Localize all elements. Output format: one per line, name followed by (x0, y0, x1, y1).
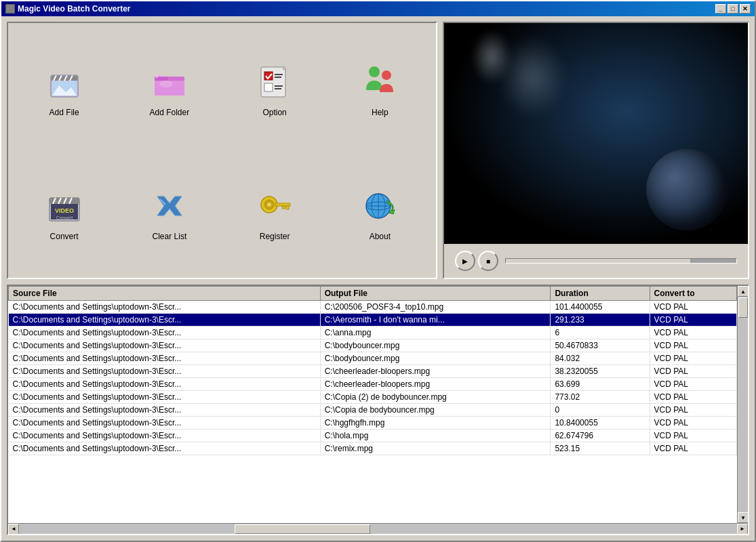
table-row[interactable]: C:\Documents and Settings\uptodown-3\Esc… (9, 339, 737, 352)
svg-rect-17 (275, 74, 283, 75)
add-file-label: Add File (49, 108, 79, 117)
title-bar-left: Magic Video Batch Converter (5, 4, 131, 14)
svg-point-22 (369, 66, 380, 77)
register-label: Register (260, 232, 290, 241)
horizontal-scrollbar[interactable]: ◄ ► (8, 523, 748, 534)
cell-duration: 84.032 (551, 352, 650, 365)
file-table: Source File Output File Duration Convert… (8, 286, 737, 455)
cell-convert: VCD PAL (650, 301, 736, 314)
table-row[interactable]: C:\Documents and Settings\uptodown-3\Esc… (9, 314, 737, 327)
cell-duration: 291.233 (551, 314, 650, 327)
maximize-button[interactable]: □ (728, 4, 738, 14)
cell-convert: VCD PAL (650, 378, 736, 391)
cell-output: C:\200506_POSF3-4_top10.mpg (320, 301, 551, 314)
file-list-section: Source File Output File Duration Convert… (7, 285, 749, 535)
help-button[interactable]: Help (353, 55, 407, 123)
cell-duration: 6 (551, 327, 650, 339)
help-label: Help (372, 108, 389, 117)
table-row[interactable]: C:\Documents and Settings\uptodown-3\Esc… (9, 442, 737, 455)
table-row[interactable]: C:\Documents and Settings\uptodown-3\Esc… (9, 352, 737, 365)
svg-point-38 (267, 203, 271, 207)
table-row[interactable]: C:\Documents and Settings\uptodown-3\Esc… (9, 378, 737, 391)
add-file-button[interactable]: Add File (37, 55, 92, 123)
col-convert: Convert to (650, 287, 736, 301)
table-row[interactable]: C:\Documents and Settings\uptodown-3\Esc… (9, 404, 737, 417)
cell-convert: VCD PAL (650, 417, 736, 430)
cell-duration: 38.2320055 (551, 365, 650, 378)
option-label: Option (262, 108, 286, 117)
table-row[interactable]: C:\Documents and Settings\uptodown-3\Esc… (9, 417, 737, 430)
option-button[interactable]: Option (247, 55, 302, 123)
table-row[interactable]: C:\Documents and Settings\uptodown-3\Esc… (9, 430, 737, 442)
scroll-up-button[interactable]: ▲ (738, 286, 748, 297)
cell-output: C:\bodybouncer.mpg (320, 339, 551, 352)
svg-rect-40 (286, 206, 289, 209)
svg-rect-19 (264, 83, 273, 91)
svg-rect-39 (275, 203, 290, 206)
controls-bar: ▶ ■ (444, 244, 748, 278)
convert-icon: VIDEO Convert (43, 184, 86, 228)
scroll-left-button[interactable]: ◄ (8, 524, 19, 535)
cell-convert: VCD PAL (650, 339, 736, 352)
col-output: Output File (320, 287, 551, 301)
cell-output: C:\cheerleader-bloopers.mpg (320, 378, 551, 391)
cell-convert: VCD PAL (650, 314, 736, 327)
svg-rect-21 (275, 88, 281, 89)
svg-point-23 (382, 70, 391, 80)
clear-list-button[interactable]: Clear List (142, 179, 197, 247)
minimize-button[interactable]: _ (715, 4, 726, 14)
cell-source: C:\Documents and Settings\uptodown-3\Esc… (9, 417, 321, 430)
table-row[interactable]: C:\Documents and Settings\uptodown-3\Esc… (9, 327, 737, 339)
play-button[interactable]: ▶ (455, 251, 475, 271)
table-row[interactable]: C:\Documents and Settings\uptodown-3\Esc… (9, 391, 737, 404)
cell-duration: 10.8400055 (551, 417, 650, 430)
cell-output: C:\hola.mpg (320, 430, 551, 442)
add-folder-button[interactable]: Add Folder (142, 55, 197, 123)
cell-convert: VCD PAL (650, 442, 736, 455)
option-icon (253, 60, 296, 104)
cell-source: C:\Documents and Settings\uptodown-3\Esc… (9, 442, 321, 455)
scroll-down-button[interactable]: ▼ (738, 512, 748, 523)
convert-button[interactable]: VIDEO Convert Convert (37, 179, 92, 247)
cell-source: C:\Documents and Settings\uptodown-3\Esc… (9, 430, 321, 442)
main-content: Add File (1, 16, 755, 541)
cell-output: C:\Copia de bodybouncer.mpg (320, 404, 551, 417)
table-row[interactable]: C:\Documents and Settings\uptodown-3\Esc… (9, 365, 737, 378)
play-controls: ▶ ■ (455, 251, 498, 271)
cell-output: C:\anna.mpg (320, 327, 551, 339)
cell-convert: VCD PAL (650, 391, 736, 404)
scroll-track-v[interactable] (738, 297, 748, 512)
scroll-thumb-v[interactable] (738, 297, 748, 318)
register-button[interactable]: Register (247, 179, 302, 247)
progress-bar[interactable] (505, 258, 737, 264)
svg-rect-20 (275, 85, 283, 87)
cell-source: C:\Documents and Settings\uptodown-3\Esc… (9, 378, 321, 391)
about-icon (358, 184, 401, 228)
cell-source: C:\Documents and Settings\uptodown-3\Esc… (9, 391, 321, 404)
cell-duration: 63.699 (551, 378, 650, 391)
stop-button[interactable]: ■ (478, 251, 498, 271)
scroll-track-h[interactable] (19, 524, 737, 534)
preview-panel: ▶ ■ (443, 22, 749, 279)
cell-source: C:\Documents and Settings\uptodown-3\Esc… (9, 301, 321, 314)
svg-text:VIDEO: VIDEO (55, 207, 74, 214)
add-folder-label: Add Folder (150, 108, 190, 117)
vertical-scrollbar[interactable]: ▲ ▼ (737, 286, 748, 523)
clear-list-icon (148, 184, 191, 228)
cell-duration: 523.15 (551, 442, 650, 455)
clear-list-label: Clear List (153, 232, 187, 241)
close-button[interactable]: ✕ (740, 4, 751, 14)
progress-fill (506, 259, 690, 263)
cell-output: C:\hggfhgfh.mpg (320, 417, 551, 430)
scroll-thumb-h[interactable] (235, 524, 370, 534)
add-file-icon (43, 60, 86, 104)
about-button[interactable]: About (353, 179, 407, 247)
scroll-right-button[interactable]: ► (737, 524, 748, 535)
convert-label: Convert (50, 232, 79, 241)
cell-source: C:\Documents and Settings\uptodown-3\Esc… (9, 352, 321, 365)
cell-convert: VCD PAL (650, 430, 736, 442)
file-table-container[interactable]: Source File Output File Duration Convert… (8, 286, 737, 523)
table-row[interactable]: C:\Documents and Settings\uptodown-3\Esc… (9, 301, 737, 314)
cell-convert: VCD PAL (650, 365, 736, 378)
help-icon (358, 60, 401, 104)
